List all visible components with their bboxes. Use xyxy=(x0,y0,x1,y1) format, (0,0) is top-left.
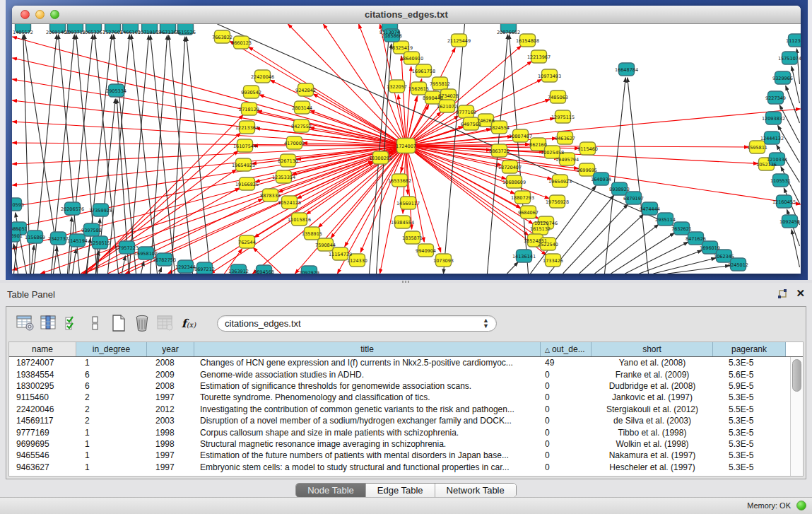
tab-edge-table[interactable]: Edge Table xyxy=(366,484,435,497)
graph-node-label: 10524125 xyxy=(278,200,301,206)
table-cell: 9699695 xyxy=(9,439,76,449)
table-row[interactable]: 1830029562008Estimation of significance … xyxy=(9,380,790,392)
table-cell: Changes of HCN gene expression and I(f) … xyxy=(194,358,541,368)
table-row[interactable]: 946362711997Embryonic stem cells: a mode… xyxy=(9,462,790,473)
tab-network-table[interactable]: Network Table xyxy=(435,484,516,497)
graph-node-label: 2342737 xyxy=(48,236,69,242)
graph-node-label: 1724007 xyxy=(396,144,416,149)
column-header-title[interactable]: title xyxy=(194,342,541,356)
graph-node-label: 18325419 xyxy=(389,45,413,51)
table-row[interactable]: 946554611997Estimation of the future num… xyxy=(9,450,790,461)
citation-edge-black xyxy=(131,35,158,274)
graph-node-label: 9930542 xyxy=(241,90,261,95)
citation-edge-black xyxy=(668,266,730,274)
graph-node-label: 12160455 xyxy=(772,199,796,205)
table-cell: 49 xyxy=(541,358,592,368)
status-bar: Memory: OK xyxy=(0,497,812,514)
import-table-icon-disabled xyxy=(155,313,176,334)
graph-node-label: 7632621 xyxy=(671,226,692,232)
graph-node-label: 9777169 xyxy=(456,110,476,115)
table-cell: 2009 xyxy=(147,370,194,380)
close-icon[interactable]: ✕ xyxy=(796,287,805,300)
graph-node-label: 9245012 xyxy=(728,262,748,268)
graph-node-label: 6879197 xyxy=(623,196,644,201)
table-cell: 1997 xyxy=(147,450,194,460)
column-header-year[interactable]: year xyxy=(147,342,194,356)
graph-node-label: 1696019 xyxy=(700,245,720,251)
graph-node-label: 16782753 xyxy=(153,257,176,263)
checklist-icon[interactable] xyxy=(61,313,83,334)
graph-node-label: 12353354 xyxy=(272,175,295,180)
column-header-pagerank[interactable]: pagerank xyxy=(713,342,786,356)
graph-node-label: 17957223 xyxy=(115,245,139,251)
table-cell: 0 xyxy=(541,462,592,472)
column-header-in_degree[interactable]: in_degree xyxy=(76,342,147,356)
table-cell: 0 xyxy=(541,404,592,414)
table-cell: 6 xyxy=(76,381,147,391)
column-header-short[interactable]: short xyxy=(592,342,713,356)
citation-edge-black xyxy=(151,35,175,274)
citation-edge-black xyxy=(507,262,519,274)
graph-node-label: 16533682 xyxy=(388,178,411,184)
table-panel-title: Table Panel xyxy=(7,289,55,300)
table-body: 1872400712008Changes of HCN gene express… xyxy=(9,357,790,476)
graph-node-label: 8427552 xyxy=(291,124,312,129)
select-columns-icon[interactable] xyxy=(38,313,59,334)
table-cell: Estimation of the future numbers of pati… xyxy=(194,450,541,460)
table-cell: 5.6E-5 xyxy=(713,370,786,380)
table-row[interactable]: 977716911998Corpus callosum shape and si… xyxy=(9,426,790,438)
network-canvas[interactable]: 1724007224200469930542271812912213363161… xyxy=(12,24,801,274)
table-cell: 5.3E-5 xyxy=(713,439,786,449)
graph-node-label: 7485063 xyxy=(548,95,568,100)
graph-node-label: 2905334 xyxy=(106,88,126,94)
graph-node-label: 1210334 xyxy=(767,157,787,163)
memory-status-label: Memory: OK xyxy=(747,501,791,510)
new-table-icon[interactable] xyxy=(108,313,129,334)
column-header-name[interactable]: name xyxy=(9,342,76,356)
graph-node-label: 7663822 xyxy=(212,35,233,40)
table-row[interactable]: 969969511998Structural magnetic resonanc… xyxy=(9,438,790,450)
graph-node-label: 17359928 xyxy=(89,208,112,214)
graph-node-label: 685051 xyxy=(12,226,28,232)
network-window[interactable]: citations_edges.txt 17240072242004699305… xyxy=(12,6,801,274)
graph-node-label: 1835871 xyxy=(402,235,423,241)
row-height-icon[interactable] xyxy=(85,313,106,334)
citation-edge-black xyxy=(786,86,800,123)
delete-table-icon[interactable] xyxy=(131,313,153,334)
table-row[interactable]: 1456911722003Disruption of a novel membe… xyxy=(9,415,790,426)
table-settings-icon[interactable] xyxy=(15,313,36,334)
graph-node-label: 12975115 xyxy=(551,115,575,120)
graph-node-label: 19654923 xyxy=(548,179,572,185)
graph-node-label: 7515526 xyxy=(175,30,196,35)
graph-node-label: 8863720 xyxy=(489,148,510,154)
tab-node-table[interactable]: Node Table xyxy=(296,484,366,497)
graph-node-label: 1250515 xyxy=(90,240,110,246)
graph-node-label: 8471626 xyxy=(686,236,706,242)
table-selector-dropdown[interactable]: citations_edges.txt ▲▼ xyxy=(217,315,497,332)
table-row[interactable]: 911546021997Tourette syndrome. Phenomeno… xyxy=(9,392,790,403)
table-row[interactable]: 1938455462009Genome-wide association stu… xyxy=(9,368,790,380)
sort-ascending-icon: △ xyxy=(545,346,550,354)
graph-node-label: 15751074 xyxy=(778,56,801,62)
table-cell: Hescheler et al. (1997) xyxy=(592,462,713,472)
citation-edge-red xyxy=(13,58,406,146)
vertical-scrollbar[interactable] xyxy=(790,357,803,476)
table-cell: 5.3E-5 xyxy=(713,416,786,426)
graph-node-label: 10973493 xyxy=(538,74,561,79)
table-cell: Genome-wide association studies in ADHD. xyxy=(194,370,541,380)
table-cell: 9465546 xyxy=(9,450,76,460)
network-window-titlebar[interactable]: citations_edges.txt xyxy=(12,6,801,24)
table-cell: Embryonic stem cells: a model to study s… xyxy=(194,462,541,472)
table-panel-body: f(x) citations_edges.txt ▲▼ namein_degre… xyxy=(6,306,806,479)
scrollbar-thumb[interactable] xyxy=(792,359,801,392)
float-window-icon[interactable] xyxy=(777,288,788,300)
table-row[interactable]: 1872400712008Changes of HCN gene express… xyxy=(9,357,790,368)
graph-node-label: 9474444 xyxy=(640,206,660,212)
table-row[interactable]: 2242004622012Investigating the contribut… xyxy=(9,404,790,415)
table-cell: 0 xyxy=(541,381,592,391)
citation-edge-black xyxy=(172,37,185,274)
table-cell: 0 xyxy=(541,392,592,402)
function-builder-icon[interactable]: f(x) xyxy=(178,313,199,334)
table-cell: 9777169 xyxy=(9,428,76,438)
column-header-out_de[interactable]: △out_de... xyxy=(541,342,592,356)
